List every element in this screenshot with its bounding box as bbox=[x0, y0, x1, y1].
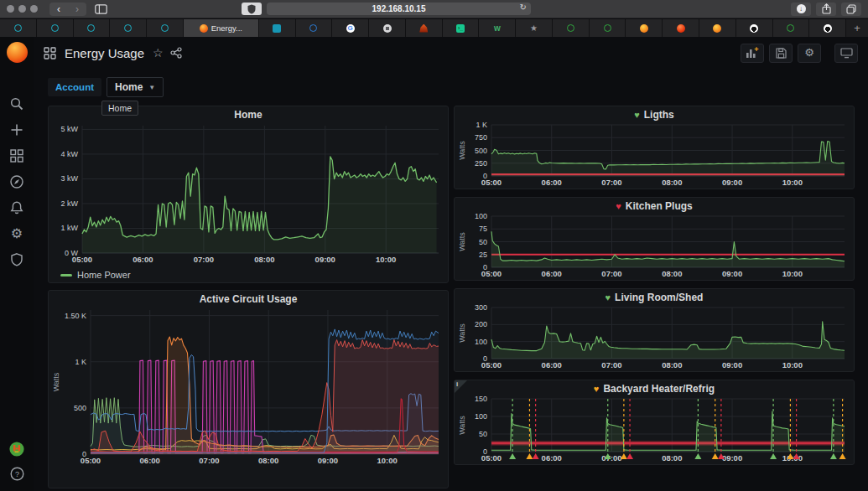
user-avatar[interactable] bbox=[9, 442, 24, 457]
living-room-shed-chart[interactable]: 300200100005:0006:0007:0008:0009:0010:00… bbox=[458, 303, 850, 370]
add-panel-icon: + bbox=[746, 47, 759, 59]
home-legend[interactable]: Home Power bbox=[60, 270, 131, 280]
ha-cyan-icon bbox=[161, 24, 169, 32]
sidebar-item-alerting[interactable] bbox=[9, 200, 24, 215]
github-icon bbox=[824, 24, 832, 33]
browser-tab[interactable] bbox=[626, 19, 663, 37]
svg-text:05:00: 05:00 bbox=[481, 360, 502, 370]
kitchen-plugs-chart[interactable]: 100755025005:0006:0007:0008:0009:0010:00… bbox=[458, 212, 850, 278]
sidebar-item-configuration[interactable]: ⚙ bbox=[9, 226, 24, 241]
svg-text:09:00: 09:00 bbox=[722, 453, 742, 463]
share-button[interactable] bbox=[816, 3, 836, 16]
svg-text:09:00: 09:00 bbox=[722, 360, 742, 370]
browser-tab[interactable]: ★ bbox=[516, 19, 553, 37]
panel-info-corner[interactable]: i bbox=[455, 380, 467, 393]
add-panel-button[interactable]: + bbox=[741, 44, 764, 63]
tab-overview-button[interactable] bbox=[841, 3, 861, 16]
sidebar-item-dashboards[interactable] bbox=[9, 148, 24, 163]
browser-tab[interactable] bbox=[259, 19, 296, 37]
chevron-down-icon: ▼ bbox=[148, 84, 155, 91]
svg-text:06:00: 06:00 bbox=[542, 178, 562, 187]
privacy-shield-button[interactable] bbox=[242, 3, 262, 15]
active-circuit-chart[interactable]: 1.50 K1 K500005:0006:0007:0008:0009:0010… bbox=[52, 306, 444, 465]
svg-text:05:00: 05:00 bbox=[481, 453, 502, 463]
grafana-logo-icon[interactable] bbox=[7, 42, 28, 63]
new-tab-button[interactable]: + bbox=[846, 19, 868, 37]
svg-text:200: 200 bbox=[475, 320, 487, 328]
downloads-button[interactable]: ↓ bbox=[791, 3, 811, 16]
reload-icon[interactable]: ↻ bbox=[520, 3, 527, 12]
svg-text:5 kW: 5 kW bbox=[60, 125, 78, 133]
grafana-icon bbox=[200, 24, 208, 33]
grafana-red-icon bbox=[677, 24, 685, 33]
cycle-view-mode-button[interactable] bbox=[834, 44, 858, 63]
browser-tab[interactable] bbox=[773, 19, 810, 37]
browser-tab[interactable]: w bbox=[479, 19, 516, 37]
panel-ligths[interactable]: ♥Ligths 1 K750500250005:0006:0007:0008:0… bbox=[454, 106, 855, 189]
browser-tab[interactable] bbox=[553, 19, 590, 37]
sidebar-toggle-button[interactable] bbox=[91, 3, 111, 16]
panel-title[interactable]: ♥Kitchen Plugs bbox=[455, 198, 854, 212]
browser-tab[interactable] bbox=[809, 19, 846, 37]
grafana-main: Energy Usage ☆ + ⚙ bbox=[34, 37, 868, 491]
minimize-window-button[interactable] bbox=[18, 5, 26, 13]
browser-tab[interactable] bbox=[37, 19, 74, 37]
svg-text:1 kW: 1 kW bbox=[60, 224, 78, 232]
save-dashboard-button[interactable] bbox=[769, 44, 793, 63]
browser-tab[interactable] bbox=[699, 19, 736, 37]
browser-tab[interactable] bbox=[296, 19, 333, 37]
browser-tab[interactable] bbox=[736, 19, 773, 37]
panel-active-circuit-usage[interactable]: Active Circuit Usage 1.50 K1 K500005:000… bbox=[48, 290, 449, 488]
browser-tab[interactable]: ›_ bbox=[443, 19, 480, 37]
browser-tab[interactable] bbox=[663, 19, 699, 37]
back-button[interactable]: ‹ bbox=[49, 3, 68, 16]
shield-icon bbox=[247, 4, 256, 14]
browser-tab[interactable] bbox=[590, 19, 626, 37]
browser-tab-active[interactable]: Energy... bbox=[184, 19, 259, 37]
panel-kitchen-plugs[interactable]: ♥Kitchen Plugs 100755025005:0006:0007:00… bbox=[454, 197, 855, 281]
favorite-star-icon[interactable]: ☆ bbox=[153, 46, 164, 59]
browser-tab[interactable] bbox=[0, 19, 37, 37]
browser-tab[interactable] bbox=[74, 19, 111, 37]
browser-tab[interactable] bbox=[369, 19, 406, 37]
variable-dropdown-home[interactable]: Home ▼ bbox=[107, 77, 164, 97]
sidebar-item-server-admin[interactable] bbox=[9, 252, 24, 267]
download-icon: ↓ bbox=[797, 4, 806, 13]
forward-button[interactable]: › bbox=[68, 3, 86, 16]
ligths-chart[interactable]: 1 K750500250005:0006:0007:0008:0009:0010… bbox=[458, 121, 850, 187]
panel-title[interactable]: ♥Backyard Heater/Refrig bbox=[455, 380, 854, 395]
help-button[interactable]: ? bbox=[9, 466, 24, 481]
panel-title-text: Ligths bbox=[644, 109, 674, 121]
svg-text:06:00: 06:00 bbox=[140, 456, 160, 465]
svg-text:750: 750 bbox=[475, 133, 487, 142]
address-bar[interactable]: 192.168.10.15 ↻ bbox=[267, 3, 531, 15]
home-chart[interactable]: 5 kW4 kW3 kW2 kW1 kW0 W05:0006:0007:0008… bbox=[52, 121, 444, 264]
sidebar-item-create[interactable] bbox=[9, 122, 24, 137]
panel-backyard-heater-refrig[interactable]: i ♥Backyard Heater/Refrig 15010050005:00… bbox=[454, 380, 855, 465]
svg-text:09:00: 09:00 bbox=[315, 255, 335, 264]
browser-tab[interactable] bbox=[110, 19, 147, 37]
panel-living-room-shed[interactable]: ♥Living Room/Shed 300200100005:0006:0007… bbox=[454, 288, 855, 372]
browser-tab[interactable] bbox=[147, 19, 184, 37]
close-window-button[interactable] bbox=[7, 5, 14, 13]
svg-text:Watts: Watts bbox=[458, 232, 466, 251]
backyard-heater-chart[interactable]: 15010050005:0006:0007:0008:0009:0010:00W… bbox=[458, 395, 850, 463]
share-dashboard-icon[interactable] bbox=[170, 47, 182, 59]
zoom-window-button[interactable] bbox=[30, 5, 38, 13]
sidebar-item-explore[interactable] bbox=[9, 174, 24, 189]
gear-icon: ⚙ bbox=[804, 45, 814, 60]
sidebar-item-search[interactable] bbox=[9, 96, 24, 111]
variable-label-account[interactable]: Account bbox=[48, 78, 101, 96]
search-icon bbox=[9, 96, 24, 111]
dashboard-settings-button[interactable]: ⚙ bbox=[798, 44, 821, 63]
ha-green-icon bbox=[567, 24, 574, 32]
browser-tab[interactable]: G bbox=[332, 19, 369, 37]
panel-title[interactable]: ♥Ligths bbox=[455, 106, 854, 121]
browser-tab[interactable] bbox=[406, 19, 443, 37]
panel-title[interactable]: ♥Living Room/Shed bbox=[455, 289, 854, 303]
create-icon bbox=[9, 122, 24, 137]
grafana-orange-icon bbox=[640, 24, 648, 33]
panel-title[interactable]: Active Circuit Usage bbox=[49, 291, 448, 305]
panel-home[interactable]: Home 5 kW4 kW3 kW2 kW1 kW0 W05:0006:0007… bbox=[48, 106, 449, 283]
window-controls[interactable] bbox=[7, 5, 38, 13]
